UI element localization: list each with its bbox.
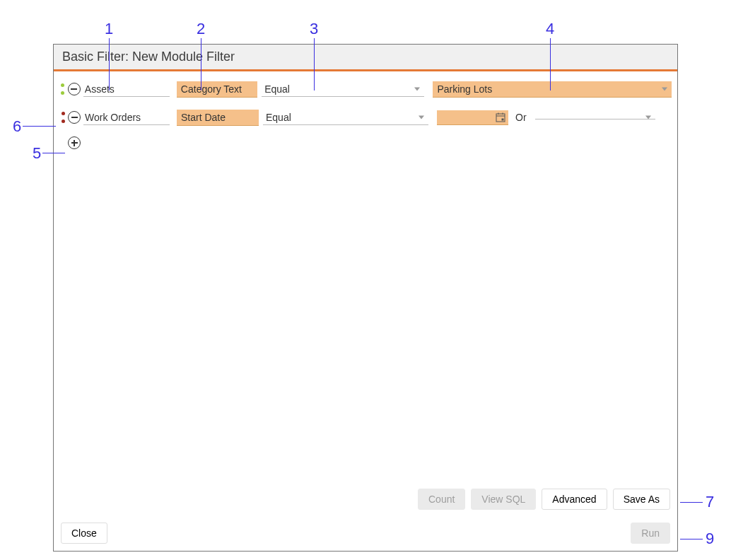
callout-line bbox=[680, 539, 703, 539]
filter-row: Category Text Equal Parking Lots bbox=[59, 80, 672, 98]
advanced-button[interactable]: Advanced bbox=[542, 489, 607, 510]
or-value-select[interactable] bbox=[535, 116, 655, 119]
callout-number: 9 bbox=[706, 530, 714, 548]
callout-number: 7 bbox=[706, 493, 714, 511]
callout-line bbox=[550, 38, 551, 91]
chevron-down-icon bbox=[414, 87, 420, 91]
operator-select[interactable]: Equal bbox=[262, 82, 424, 97]
bottom-button-row: Close Run bbox=[61, 523, 670, 544]
callout-line bbox=[201, 38, 201, 91]
add-row bbox=[68, 136, 672, 149]
row-status-dots bbox=[59, 83, 66, 95]
callout-number: 2 bbox=[197, 20, 205, 38]
callout-number: 5 bbox=[33, 144, 41, 163]
module-input[interactable] bbox=[83, 82, 170, 97]
callout-line bbox=[42, 153, 65, 153]
value-select[interactable]: Parking Lots bbox=[433, 81, 672, 98]
operator-select-value: Equal bbox=[264, 83, 290, 95]
callout-number: 3 bbox=[310, 20, 318, 38]
action-button-row: Count View SQL Advanced Save As bbox=[418, 489, 670, 510]
close-button[interactable]: Close bbox=[61, 523, 107, 544]
or-label: Or bbox=[515, 112, 527, 123]
value-select-value: Parking Lots bbox=[437, 83, 492, 95]
status-dot-icon bbox=[62, 119, 65, 123]
field-select[interactable]: Category Text bbox=[177, 81, 257, 98]
save-as-button[interactable]: Save As bbox=[613, 489, 670, 510]
callout-line bbox=[680, 502, 703, 503]
field-select-value: Start Date bbox=[181, 112, 226, 123]
status-dot-icon bbox=[61, 83, 64, 87]
status-dot-icon bbox=[61, 91, 64, 95]
dialog-header: Basic Filter: New Module Filter bbox=[54, 45, 677, 71]
calendar-icon bbox=[496, 112, 505, 122]
count-button[interactable]: Count bbox=[418, 489, 465, 510]
chevron-down-icon bbox=[645, 115, 651, 119]
row-status-dots bbox=[59, 112, 66, 123]
status-dot-icon bbox=[62, 112, 65, 115]
run-button[interactable]: Run bbox=[631, 523, 670, 544]
callout-number: 1 bbox=[105, 20, 113, 38]
dialog-body: Category Text Equal Parking Lots Start D… bbox=[54, 71, 677, 551]
operator-select[interactable]: Equal bbox=[263, 110, 428, 125]
callout-line bbox=[23, 126, 56, 127]
callout-line bbox=[109, 38, 110, 91]
callout-number: 6 bbox=[13, 117, 21, 136]
chevron-down-icon bbox=[662, 87, 667, 91]
remove-row-button[interactable] bbox=[68, 111, 81, 124]
module-input[interactable] bbox=[83, 110, 170, 125]
field-select[interactable]: Start Date bbox=[177, 110, 259, 126]
operator-select-value: Equal bbox=[266, 112, 291, 123]
filter-dialog: Basic Filter: New Module Filter Category… bbox=[53, 44, 678, 552]
callout-line bbox=[314, 38, 315, 91]
add-row-button[interactable] bbox=[68, 136, 81, 149]
callout-number: 4 bbox=[546, 20, 554, 38]
view-sql-button[interactable]: View SQL bbox=[471, 489, 536, 510]
filter-row: Start Date Equal Or bbox=[59, 108, 672, 127]
date-input[interactable] bbox=[437, 110, 508, 125]
chevron-down-icon bbox=[419, 115, 424, 119]
field-select-value: Category Text bbox=[181, 83, 242, 95]
svg-rect-4 bbox=[502, 118, 504, 120]
dialog-title: Basic Filter: New Module Filter bbox=[62, 49, 669, 64]
remove-row-button[interactable] bbox=[68, 83, 81, 95]
